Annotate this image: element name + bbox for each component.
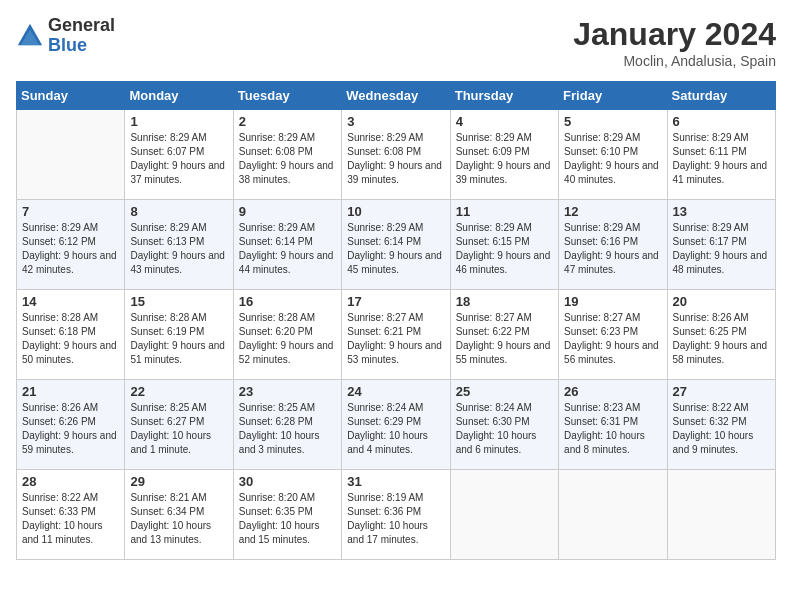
calendar-week-row: 1Sunrise: 8:29 AMSunset: 6:07 PMDaylight… xyxy=(17,110,776,200)
day-number: 24 xyxy=(347,384,444,399)
day-number: 9 xyxy=(239,204,336,219)
calendar-day-cell: 1Sunrise: 8:29 AMSunset: 6:07 PMDaylight… xyxy=(125,110,233,200)
calendar-day-cell: 31Sunrise: 8:19 AMSunset: 6:36 PMDayligh… xyxy=(342,470,450,560)
calendar-week-row: 14Sunrise: 8:28 AMSunset: 6:18 PMDayligh… xyxy=(17,290,776,380)
calendar-day-cell: 22Sunrise: 8:25 AMSunset: 6:27 PMDayligh… xyxy=(125,380,233,470)
calendar-day-cell: 5Sunrise: 8:29 AMSunset: 6:10 PMDaylight… xyxy=(559,110,667,200)
day-number: 19 xyxy=(564,294,661,309)
day-of-week-header: Friday xyxy=(559,82,667,110)
day-detail: Sunrise: 8:20 AMSunset: 6:35 PMDaylight:… xyxy=(239,491,336,547)
calendar-day-cell: 13Sunrise: 8:29 AMSunset: 6:17 PMDayligh… xyxy=(667,200,775,290)
calendar-day-cell: 14Sunrise: 8:28 AMSunset: 6:18 PMDayligh… xyxy=(17,290,125,380)
logo: General Blue xyxy=(16,16,115,56)
day-detail: Sunrise: 8:22 AMSunset: 6:32 PMDaylight:… xyxy=(673,401,770,457)
day-number: 14 xyxy=(22,294,119,309)
day-number: 27 xyxy=(673,384,770,399)
calendar-day-cell: 4Sunrise: 8:29 AMSunset: 6:09 PMDaylight… xyxy=(450,110,558,200)
calendar-day-cell: 30Sunrise: 8:20 AMSunset: 6:35 PMDayligh… xyxy=(233,470,341,560)
day-detail: Sunrise: 8:24 AMSunset: 6:29 PMDaylight:… xyxy=(347,401,444,457)
day-detail: Sunrise: 8:28 AMSunset: 6:19 PMDaylight:… xyxy=(130,311,227,367)
calendar-day-cell xyxy=(450,470,558,560)
day-number: 6 xyxy=(673,114,770,129)
day-detail: Sunrise: 8:23 AMSunset: 6:31 PMDaylight:… xyxy=(564,401,661,457)
day-detail: Sunrise: 8:29 AMSunset: 6:08 PMDaylight:… xyxy=(347,131,444,187)
day-number: 28 xyxy=(22,474,119,489)
day-of-week-header: Monday xyxy=(125,82,233,110)
calendar-day-cell: 7Sunrise: 8:29 AMSunset: 6:12 PMDaylight… xyxy=(17,200,125,290)
day-detail: Sunrise: 8:21 AMSunset: 6:34 PMDaylight:… xyxy=(130,491,227,547)
calendar-day-cell: 21Sunrise: 8:26 AMSunset: 6:26 PMDayligh… xyxy=(17,380,125,470)
calendar-day-cell xyxy=(17,110,125,200)
day-number: 21 xyxy=(22,384,119,399)
day-number: 29 xyxy=(130,474,227,489)
day-number: 5 xyxy=(564,114,661,129)
day-detail: Sunrise: 8:29 AMSunset: 6:07 PMDaylight:… xyxy=(130,131,227,187)
day-detail: Sunrise: 8:26 AMSunset: 6:26 PMDaylight:… xyxy=(22,401,119,457)
day-number: 25 xyxy=(456,384,553,399)
day-detail: Sunrise: 8:19 AMSunset: 6:36 PMDaylight:… xyxy=(347,491,444,547)
logo-icon xyxy=(16,22,44,50)
calendar-day-cell: 11Sunrise: 8:29 AMSunset: 6:15 PMDayligh… xyxy=(450,200,558,290)
day-detail: Sunrise: 8:27 AMSunset: 6:21 PMDaylight:… xyxy=(347,311,444,367)
calendar-day-cell: 29Sunrise: 8:21 AMSunset: 6:34 PMDayligh… xyxy=(125,470,233,560)
calendar-day-cell: 9Sunrise: 8:29 AMSunset: 6:14 PMDaylight… xyxy=(233,200,341,290)
day-number: 1 xyxy=(130,114,227,129)
calendar-day-cell: 2Sunrise: 8:29 AMSunset: 6:08 PMDaylight… xyxy=(233,110,341,200)
day-number: 7 xyxy=(22,204,119,219)
day-detail: Sunrise: 8:26 AMSunset: 6:25 PMDaylight:… xyxy=(673,311,770,367)
day-number: 2 xyxy=(239,114,336,129)
day-number: 18 xyxy=(456,294,553,309)
day-detail: Sunrise: 8:22 AMSunset: 6:33 PMDaylight:… xyxy=(22,491,119,547)
day-detail: Sunrise: 8:29 AMSunset: 6:08 PMDaylight:… xyxy=(239,131,336,187)
day-of-week-header: Thursday xyxy=(450,82,558,110)
logo-text: General Blue xyxy=(48,16,115,56)
calendar-day-cell: 3Sunrise: 8:29 AMSunset: 6:08 PMDaylight… xyxy=(342,110,450,200)
calendar-day-cell: 18Sunrise: 8:27 AMSunset: 6:22 PMDayligh… xyxy=(450,290,558,380)
day-detail: Sunrise: 8:29 AMSunset: 6:10 PMDaylight:… xyxy=(564,131,661,187)
day-number: 20 xyxy=(673,294,770,309)
day-number: 16 xyxy=(239,294,336,309)
logo-general-text: General xyxy=(48,16,115,36)
day-detail: Sunrise: 8:25 AMSunset: 6:28 PMDaylight:… xyxy=(239,401,336,457)
day-detail: Sunrise: 8:27 AMSunset: 6:23 PMDaylight:… xyxy=(564,311,661,367)
day-number: 4 xyxy=(456,114,553,129)
day-detail: Sunrise: 8:29 AMSunset: 6:09 PMDaylight:… xyxy=(456,131,553,187)
day-number: 8 xyxy=(130,204,227,219)
day-detail: Sunrise: 8:28 AMSunset: 6:18 PMDaylight:… xyxy=(22,311,119,367)
day-of-week-header: Tuesday xyxy=(233,82,341,110)
day-number: 10 xyxy=(347,204,444,219)
days-of-week-row: SundayMondayTuesdayWednesdayThursdayFrid… xyxy=(17,82,776,110)
calendar-week-row: 7Sunrise: 8:29 AMSunset: 6:12 PMDaylight… xyxy=(17,200,776,290)
calendar-week-row: 28Sunrise: 8:22 AMSunset: 6:33 PMDayligh… xyxy=(17,470,776,560)
day-detail: Sunrise: 8:27 AMSunset: 6:22 PMDaylight:… xyxy=(456,311,553,367)
day-detail: Sunrise: 8:29 AMSunset: 6:17 PMDaylight:… xyxy=(673,221,770,277)
day-detail: Sunrise: 8:29 AMSunset: 6:11 PMDaylight:… xyxy=(673,131,770,187)
day-number: 26 xyxy=(564,384,661,399)
day-detail: Sunrise: 8:29 AMSunset: 6:12 PMDaylight:… xyxy=(22,221,119,277)
day-number: 17 xyxy=(347,294,444,309)
day-detail: Sunrise: 8:28 AMSunset: 6:20 PMDaylight:… xyxy=(239,311,336,367)
calendar-day-cell: 25Sunrise: 8:24 AMSunset: 6:30 PMDayligh… xyxy=(450,380,558,470)
location: Moclin, Andalusia, Spain xyxy=(573,53,776,69)
day-of-week-header: Wednesday xyxy=(342,82,450,110)
month-title: January 2024 xyxy=(573,16,776,53)
calendar-day-cell: 20Sunrise: 8:26 AMSunset: 6:25 PMDayligh… xyxy=(667,290,775,380)
day-of-week-header: Sunday xyxy=(17,82,125,110)
day-detail: Sunrise: 8:29 AMSunset: 6:16 PMDaylight:… xyxy=(564,221,661,277)
calendar-day-cell: 24Sunrise: 8:24 AMSunset: 6:29 PMDayligh… xyxy=(342,380,450,470)
day-number: 11 xyxy=(456,204,553,219)
day-number: 15 xyxy=(130,294,227,309)
day-number: 30 xyxy=(239,474,336,489)
day-detail: Sunrise: 8:29 AMSunset: 6:14 PMDaylight:… xyxy=(347,221,444,277)
day-detail: Sunrise: 8:24 AMSunset: 6:30 PMDaylight:… xyxy=(456,401,553,457)
day-detail: Sunrise: 8:29 AMSunset: 6:13 PMDaylight:… xyxy=(130,221,227,277)
day-number: 23 xyxy=(239,384,336,399)
calendar-week-row: 21Sunrise: 8:26 AMSunset: 6:26 PMDayligh… xyxy=(17,380,776,470)
calendar-day-cell: 10Sunrise: 8:29 AMSunset: 6:14 PMDayligh… xyxy=(342,200,450,290)
calendar-day-cell: 15Sunrise: 8:28 AMSunset: 6:19 PMDayligh… xyxy=(125,290,233,380)
calendar-table: SundayMondayTuesdayWednesdayThursdayFrid… xyxy=(16,81,776,560)
calendar-day-cell: 19Sunrise: 8:27 AMSunset: 6:23 PMDayligh… xyxy=(559,290,667,380)
calendar-day-cell: 6Sunrise: 8:29 AMSunset: 6:11 PMDaylight… xyxy=(667,110,775,200)
day-number: 13 xyxy=(673,204,770,219)
calendar-day-cell: 12Sunrise: 8:29 AMSunset: 6:16 PMDayligh… xyxy=(559,200,667,290)
